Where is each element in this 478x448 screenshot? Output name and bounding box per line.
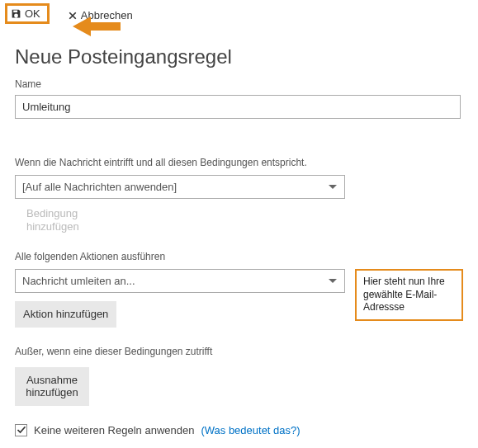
stop-rules-row: Keine weiteren Regeln anwenden (Was bede… xyxy=(15,424,463,436)
ok-button[interactable]: OK xyxy=(11,7,40,20)
ok-label: OK xyxy=(25,7,40,20)
add-exception-button[interactable]: Ausnahme hinzufügen xyxy=(15,367,89,406)
actions-select[interactable]: Nachricht umleiten an... xyxy=(15,269,345,293)
conditions-label: Wenn die Nachricht eintrifft und all die… xyxy=(15,157,463,168)
actions-section: Alle folgenden Aktionen ausführen Nachri… xyxy=(15,251,463,328)
conditions-selected: [Auf alle Nachrichten anwenden] xyxy=(22,181,177,193)
conditions-select[interactable]: [Auf alle Nachrichten anwenden] xyxy=(15,175,345,199)
name-section: Name xyxy=(15,78,463,139)
exceptions-section: Außer, wenn eine dieser Bedingungen zutr… xyxy=(15,346,463,406)
add-condition-button: Bedingung hinzufügen xyxy=(26,207,92,233)
save-icon xyxy=(11,8,21,19)
name-label: Name xyxy=(15,78,463,90)
svg-marker-0 xyxy=(73,17,121,36)
toolbar: OK Abbrechen xyxy=(0,0,478,31)
arrow-annotation xyxy=(73,15,122,40)
add-action-button[interactable]: Aktion hinzufügen xyxy=(15,301,116,328)
stop-rules-checkbox[interactable] xyxy=(15,424,27,436)
stop-rules-help-link[interactable]: (Was bedeutet das?) xyxy=(201,424,300,436)
email-annotation-box: Hier steht nun Ihre gewählte E-Mail-Adre… xyxy=(355,269,463,321)
chevron-down-icon xyxy=(328,275,338,287)
stop-rules-label: Keine weiteren Regeln anwenden xyxy=(34,424,194,436)
exceptions-label: Außer, wenn eine dieser Bedingungen zutr… xyxy=(15,346,463,357)
conditions-section: Wenn die Nachricht eintrifft und all die… xyxy=(15,157,463,233)
actions-selected: Nachricht umleiten an... xyxy=(22,275,135,287)
ok-highlight-box: OK xyxy=(5,3,50,24)
page-title: Neue Posteingangsregel xyxy=(15,45,463,68)
name-input[interactable] xyxy=(15,95,461,119)
actions-label: Alle folgenden Aktionen ausführen xyxy=(15,251,463,262)
chevron-down-icon xyxy=(328,181,338,193)
